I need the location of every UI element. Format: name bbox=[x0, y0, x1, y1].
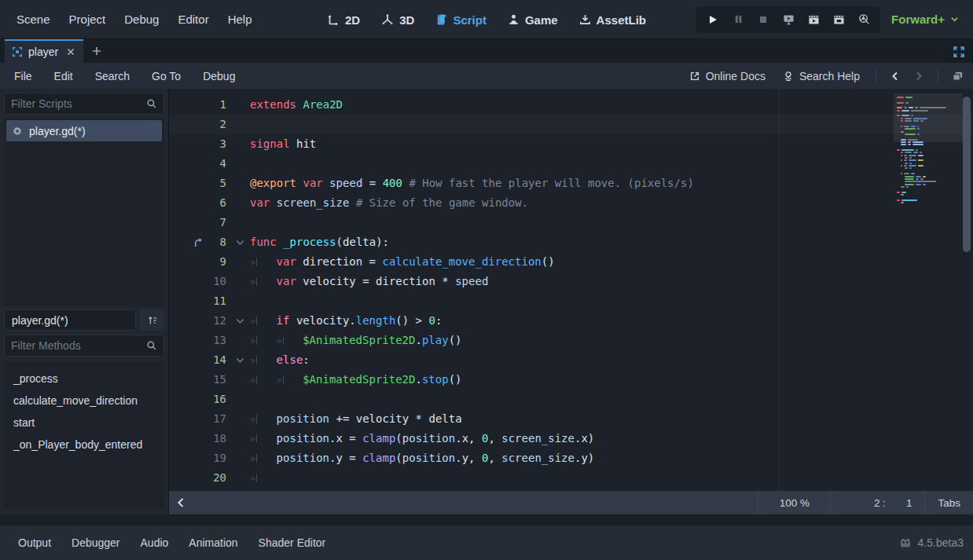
scrollbar-thumb[interactable] bbox=[963, 97, 971, 252]
bottom-tab-shader-editor[interactable]: Shader Editor bbox=[250, 531, 335, 555]
code-line-19[interactable]: 19»position.y = clamp(position.y, 0, scr… bbox=[169, 448, 973, 468]
context-3d[interactable]: 3D bbox=[381, 13, 414, 27]
new-tab-button[interactable] bbox=[83, 39, 110, 63]
pause-button[interactable] bbox=[727, 9, 749, 31]
close-icon[interactable] bbox=[66, 47, 75, 57]
code-line-4[interactable]: 4 bbox=[169, 154, 973, 174]
sort-methods-button[interactable] bbox=[140, 309, 164, 331]
code-gutter[interactable]: 12 bbox=[169, 311, 250, 331]
code-line-16[interactable]: 16 bbox=[169, 390, 973, 409]
code-line-3[interactable]: 3signal hit bbox=[169, 134, 973, 154]
panel-layout-icon[interactable] bbox=[948, 67, 967, 86]
method--process[interactable]: _process bbox=[4, 368, 164, 390]
code-gutter[interactable]: 15 bbox=[169, 370, 250, 390]
code-gutter[interactable]: 20 bbox=[169, 468, 250, 488]
code-area[interactable]: 1extends Area2D23signal hit45@export var… bbox=[169, 89, 973, 491]
script-menu-debug[interactable]: Debug bbox=[195, 65, 243, 87]
bottom-tab-debugger[interactable]: Debugger bbox=[63, 531, 129, 555]
minimap[interactable] bbox=[897, 92, 960, 477]
code-editor[interactable]: 1extends Area2D23signal hit45@export var… bbox=[169, 89, 973, 514]
code-gutter[interactable]: 8 bbox=[169, 232, 250, 252]
bottom-tab-audio[interactable]: Audio bbox=[132, 531, 178, 555]
code-gutter[interactable]: 6 bbox=[169, 193, 250, 213]
method-calculate-move-direction[interactable]: calculate_move_direction bbox=[4, 390, 164, 412]
play-button[interactable] bbox=[702, 9, 724, 31]
fold-chevron-icon[interactable] bbox=[236, 318, 244, 324]
filter-scripts-input[interactable] bbox=[11, 97, 141, 110]
indent-mode[interactable]: Tabs bbox=[924, 491, 973, 514]
history-forward-button[interactable] bbox=[909, 67, 928, 86]
minimap-row bbox=[897, 110, 928, 112]
search-help-button[interactable]: Search Help bbox=[777, 66, 866, 86]
method--on-player-body-entered[interactable]: _on_Player_body_entered bbox=[4, 434, 164, 456]
zoom-level[interactable]: 100 % bbox=[758, 491, 830, 514]
code-gutter[interactable]: 7 bbox=[169, 213, 250, 232]
code-line-6[interactable]: 6var screen_size # Size of the game wind… bbox=[169, 193, 973, 213]
token-ctrl: else bbox=[277, 353, 303, 366]
code-line-2[interactable]: 2 bbox=[169, 115, 973, 134]
toggle-scripts-panel-button[interactable] bbox=[169, 497, 193, 508]
code-line-15[interactable]: 15»»$AnimatedSprite2D.stop() bbox=[169, 370, 973, 390]
code-gutter[interactable]: 1 bbox=[169, 95, 250, 115]
filter-methods-input[interactable] bbox=[11, 339, 141, 352]
code-gutter[interactable]: 16 bbox=[169, 390, 250, 409]
bottom-tab-output[interactable]: Output bbox=[9, 531, 60, 555]
code-gutter[interactable]: 9 bbox=[169, 252, 250, 272]
distraction-free-icon[interactable] bbox=[951, 44, 967, 60]
movie-maker-button[interactable] bbox=[853, 9, 875, 31]
script-menu-search[interactable]: Search bbox=[87, 65, 138, 87]
code-gutter[interactable]: 17 bbox=[169, 409, 250, 429]
code-line-7[interactable]: 7 bbox=[169, 213, 973, 232]
token-txt: .x) bbox=[575, 432, 594, 445]
menu-project[interactable]: Project bbox=[61, 8, 115, 31]
code-line-13[interactable]: 13»»$AnimatedSprite2D.play() bbox=[169, 331, 973, 350]
code-line-20[interactable]: 20» bbox=[169, 468, 973, 488]
code-gutter[interactable]: 4 bbox=[169, 154, 250, 174]
play-custom-scene-button[interactable] bbox=[828, 9, 850, 31]
context-game[interactable]: Game bbox=[508, 13, 558, 27]
history-back-button[interactable] bbox=[886, 67, 905, 86]
bottom-tab-animation[interactable]: Animation bbox=[180, 531, 246, 555]
menu-editor[interactable]: Editor bbox=[169, 8, 217, 31]
code-gutter[interactable]: 10 bbox=[169, 272, 250, 291]
code-gutter[interactable]: 11 bbox=[169, 291, 250, 311]
code-line-10[interactable]: 10»var velocity = direction * speed bbox=[169, 272, 973, 291]
context-assetlib[interactable]: AssetLib bbox=[579, 13, 646, 27]
play-scene-button[interactable] bbox=[802, 9, 824, 31]
menu-scene[interactable]: Scene bbox=[8, 8, 59, 31]
code-line-9[interactable]: 9»var direction = calculate_move_directi… bbox=[169, 252, 973, 272]
code-line-14[interactable]: 14»else: bbox=[169, 350, 973, 370]
script-menu-file[interactable]: File bbox=[6, 65, 40, 87]
code-gutter[interactable]: 19 bbox=[169, 448, 250, 468]
tab-player[interactable]: player bbox=[5, 39, 83, 63]
online-docs-button[interactable]: Online Docs bbox=[683, 66, 772, 86]
menu-help[interactable]: Help bbox=[219, 8, 261, 31]
script-item-player[interactable]: player.gd(*) bbox=[6, 120, 162, 141]
script-menu-edit[interactable]: Edit bbox=[46, 65, 81, 87]
fold-chevron-icon[interactable] bbox=[236, 357, 244, 364]
code-line-11[interactable]: 11 bbox=[169, 291, 973, 311]
code-gutter[interactable]: 2 bbox=[169, 115, 250, 134]
code-line-1[interactable]: 1extends Area2D bbox=[169, 95, 973, 115]
code-line-8[interactable]: 8func _process(delta): bbox=[169, 232, 973, 252]
script-menu-go-to[interactable]: Go To bbox=[144, 65, 189, 87]
code-line-12[interactable]: 12»if velocity.length() > 0: bbox=[169, 311, 973, 331]
code-gutter[interactable]: 18 bbox=[169, 429, 250, 448]
menu-debug[interactable]: Debug bbox=[116, 8, 167, 31]
code-line-5[interactable]: 5@export var speed = 400 # How fast the … bbox=[169, 174, 973, 193]
code-gutter[interactable]: 14 bbox=[169, 350, 250, 370]
method-start[interactable]: start bbox=[4, 412, 164, 434]
vertical-scrollbar[interactable] bbox=[963, 92, 971, 488]
context-script[interactable]: Script bbox=[435, 13, 486, 27]
context-2d[interactable]: 2D bbox=[327, 13, 360, 27]
stop-button[interactable] bbox=[752, 9, 774, 31]
token-mem: position bbox=[277, 412, 329, 425]
remote-play-button[interactable] bbox=[777, 9, 799, 31]
code-gutter[interactable]: 3 bbox=[169, 134, 250, 154]
code-gutter[interactable]: 13 bbox=[169, 331, 250, 350]
code-gutter[interactable]: 5 bbox=[169, 174, 250, 193]
renderer-select[interactable]: Forward+ bbox=[891, 13, 959, 26]
code-line-18[interactable]: 18»position.x = clamp(position.x, 0, scr… bbox=[169, 429, 973, 448]
code-line-17[interactable]: 17»position += velocity * delta bbox=[169, 409, 973, 429]
fold-chevron-icon[interactable] bbox=[236, 240, 244, 246]
